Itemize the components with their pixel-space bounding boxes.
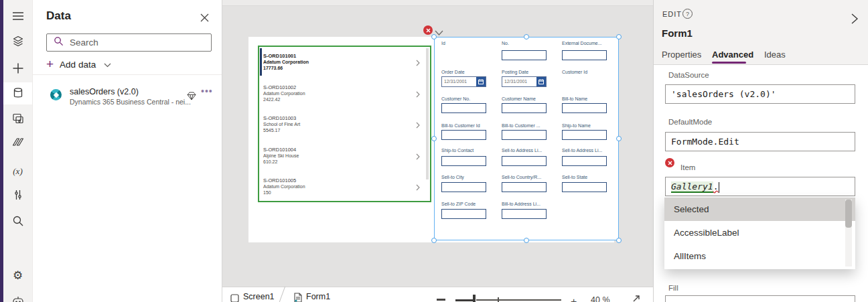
chevron-right-icon[interactable] bbox=[416, 88, 420, 100]
add-data-button[interactable]: + Add data bbox=[46, 58, 111, 71]
form-text-input[interactable] bbox=[441, 156, 486, 166]
zoom-out-icon[interactable] bbox=[437, 299, 445, 301]
variables-icon[interactable]: (x) bbox=[3, 163, 32, 179]
tab-advanced[interactable]: Advanced bbox=[712, 50, 753, 60]
selection-handle[interactable] bbox=[524, 238, 529, 243]
canvas-workspace[interactable]: S-ORD101001 Adatum Corporation 17773.66 … bbox=[222, 0, 653, 302]
insert-icon[interactable] bbox=[3, 60, 32, 76]
selection-handle[interactable] bbox=[616, 238, 622, 243]
zoom-slider-track[interactable] bbox=[476, 299, 561, 301]
form-text-input[interactable] bbox=[441, 130, 486, 140]
menu-icon[interactable] bbox=[3, 8, 32, 24]
dropdown-option-selected[interactable]: Selected bbox=[664, 198, 855, 221]
form-text-input[interactable] bbox=[562, 50, 607, 60]
more-options-icon[interactable]: ••• bbox=[201, 86, 213, 96]
text-cursor bbox=[719, 182, 720, 193]
gallery-item-amount: 17773.66 bbox=[263, 66, 283, 70]
form-field-label: Sell-to Address Li... bbox=[502, 148, 542, 153]
chevron-down-icon bbox=[104, 58, 111, 70]
datasource-description: Dynamics 365 Business Central - nei... bbox=[70, 98, 191, 106]
form-field-label: Id bbox=[441, 41, 445, 46]
form-field-label: Ship-to Name bbox=[562, 123, 591, 128]
form-text-input[interactable] bbox=[502, 182, 547, 192]
form-field-label: Customer Name bbox=[502, 96, 536, 101]
chevron-right-icon[interactable] bbox=[416, 119, 420, 131]
tab-properties[interactable]: Properties bbox=[662, 50, 701, 60]
collapse-panel-icon[interactable] bbox=[850, 13, 859, 27]
chevron-right-icon[interactable] bbox=[416, 57, 420, 69]
search-icon bbox=[54, 36, 64, 49]
form-control[interactable]: Id No. External Docume... Order Date Pos… bbox=[434, 37, 619, 240]
form-tab[interactable]: Form1 bbox=[306, 292, 330, 301]
gallery-control[interactable]: S-ORD101001 Adatum Corporation 17773.66 … bbox=[258, 46, 431, 202]
chevron-right-icon[interactable] bbox=[416, 181, 420, 194]
gallery-item[interactable]: S-ORD101002 Adatum Corporation 2422.42 bbox=[259, 78, 430, 109]
calendar-icon[interactable] bbox=[536, 77, 546, 86]
dropdown-scrollbar-thumb[interactable] bbox=[845, 200, 852, 228]
form-text-input[interactable] bbox=[502, 156, 547, 166]
gallery-item-amount: 150 bbox=[263, 190, 271, 195]
error-badge-icon[interactable] bbox=[665, 158, 674, 167]
form-date-input[interactable]: 12/31/2001 bbox=[502, 76, 547, 87]
selection-handle[interactable] bbox=[431, 238, 437, 243]
dropdown-scrollbar[interactable] bbox=[845, 200, 852, 267]
chevron-right-icon[interactable] bbox=[416, 151, 420, 163]
selection-handle[interactable] bbox=[524, 34, 529, 40]
search-rail-icon[interactable] bbox=[3, 213, 32, 229]
selection-handle[interactable] bbox=[616, 136, 622, 141]
gallery-item[interactable]: S-ORD101005 Adatum Corporation 150 bbox=[259, 171, 430, 202]
gallery-item[interactable]: S-ORD101003 School of Fine Art 5545.17 bbox=[259, 109, 430, 140]
item-formula-input[interactable]: Gallery1. bbox=[665, 177, 855, 196]
gallery-item[interactable]: S-ORD101001 Adatum Corporation 17773.66 bbox=[259, 47, 430, 78]
search-input[interactable] bbox=[70, 37, 197, 48]
fill-formula-input[interactable] bbox=[665, 295, 855, 302]
close-icon[interactable] bbox=[198, 11, 210, 23]
premium-diamond-icon bbox=[187, 91, 196, 103]
selection-handle[interactable] bbox=[431, 34, 437, 40]
media-icon[interactable] bbox=[3, 110, 32, 127]
zoom-slider-track[interactable] bbox=[455, 299, 474, 301]
form-text-input[interactable] bbox=[502, 130, 547, 140]
dropdown-option-accessiblelabel[interactable]: AccessibleLabel bbox=[664, 221, 855, 244]
form-field-label: Bill-to Name bbox=[562, 96, 587, 101]
properties-panel: EDIT ? Form1 Properties Advanced Ideas D… bbox=[653, 0, 868, 302]
gallery-item-id: S-ORD101001 bbox=[263, 53, 296, 59]
search-box[interactable] bbox=[46, 33, 212, 52]
form-field-label: Bill-to Customer Id bbox=[441, 123, 480, 128]
advanced-tools-icon[interactable] bbox=[3, 187, 32, 203]
formula-token-dot: . bbox=[713, 181, 719, 192]
help-icon[interactable]: ? bbox=[682, 9, 693, 19]
form-text-input[interactable] bbox=[441, 182, 486, 192]
form-text-input[interactable] bbox=[502, 50, 547, 60]
screen-tab[interactable]: Screen1 bbox=[243, 292, 275, 301]
error-badge-icon[interactable] bbox=[423, 25, 433, 35]
settings-icon[interactable]: ⚙ bbox=[3, 267, 32, 283]
fit-to-window-icon[interactable] bbox=[632, 294, 641, 302]
datasource-formula-input[interactable]: 'salesOrders (v2.0)' bbox=[665, 84, 855, 104]
tree-view-icon[interactable] bbox=[3, 33, 32, 50]
form-text-input[interactable] bbox=[562, 130, 607, 140]
form-date-input[interactable]: 12/31/2001 bbox=[441, 76, 486, 87]
form-text-input[interactable] bbox=[562, 156, 607, 166]
selection-handle[interactable] bbox=[616, 34, 622, 40]
zoom-in-icon[interactable]: + bbox=[571, 296, 577, 302]
form-text-input[interactable] bbox=[562, 182, 607, 192]
virtual-agent-icon[interactable] bbox=[3, 293, 32, 302]
power-automate-icon[interactable] bbox=[3, 134, 32, 150]
datasource-list-item[interactable]: salesOrders (v2.0) Dynamics 365 Business… bbox=[33, 82, 222, 110]
defaultmode-formula-input[interactable]: FormMode.Edit bbox=[665, 132, 855, 151]
gallery-item-amount: 5545.17 bbox=[263, 128, 280, 133]
form-doc-icon bbox=[293, 293, 303, 302]
tab-ideas[interactable]: Ideas bbox=[764, 50, 786, 60]
data-icon[interactable] bbox=[3, 85, 32, 101]
form-text-input[interactable] bbox=[502, 103, 547, 113]
dropdown-option-allitems[interactable]: AllItems bbox=[664, 244, 855, 268]
form-text-input[interactable] bbox=[502, 209, 547, 219]
form-text-input[interactable] bbox=[562, 103, 607, 113]
date-value: 12/31/2001 bbox=[502, 77, 536, 86]
calendar-icon[interactable] bbox=[476, 77, 486, 86]
gallery-item[interactable]: S-ORD101004 Alpine Ski House 610.22 bbox=[259, 141, 430, 171]
form-text-input[interactable] bbox=[441, 103, 486, 113]
form-text-input[interactable] bbox=[441, 209, 486, 219]
selection-handle[interactable] bbox=[431, 136, 437, 141]
